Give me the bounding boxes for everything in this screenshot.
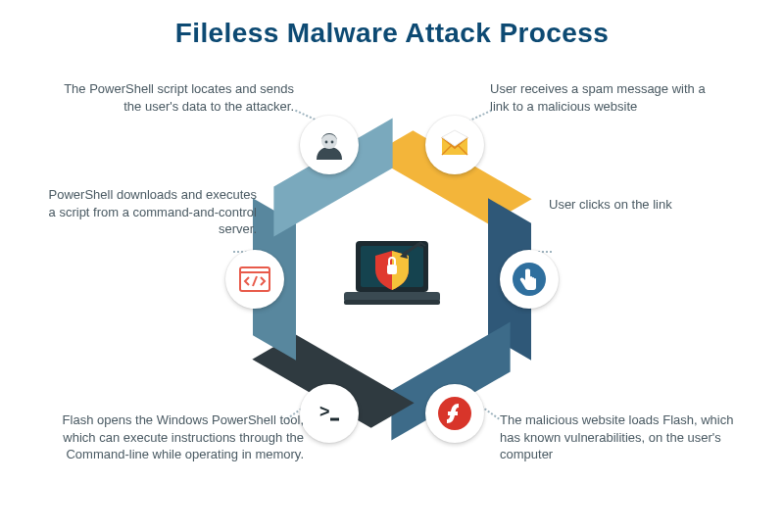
caption-click: User clicks on the link [549, 196, 755, 214]
svg-point-20 [331, 141, 334, 144]
svg-text:>: > [319, 402, 330, 421]
hacker-icon [300, 116, 359, 174]
envelope-icon [425, 116, 484, 174]
svg-rect-3 [344, 300, 440, 305]
terminal-icon: > [300, 384, 359, 443]
pointer-icon [500, 250, 559, 309]
flash-icon [425, 384, 484, 443]
svg-line-17 [253, 276, 257, 286]
diagram-title: Fileless Malware Attack Process [0, 18, 784, 49]
caption-shell: Flash opens the Windows PowerShell tool,… [59, 411, 304, 463]
caption-c2: PowerShell downloads and executes a scri… [41, 186, 257, 238]
svg-point-19 [325, 141, 328, 144]
svg-rect-4 [387, 265, 397, 274]
caption-exfil: The PowerShell script locates and sends … [59, 80, 294, 115]
laptop-shield-icon [338, 230, 446, 328]
code-icon [225, 250, 284, 309]
caption-flash: The malicious website loads Flash, which… [500, 411, 745, 463]
caption-mail: User receives a spam message with a link… [490, 80, 715, 115]
